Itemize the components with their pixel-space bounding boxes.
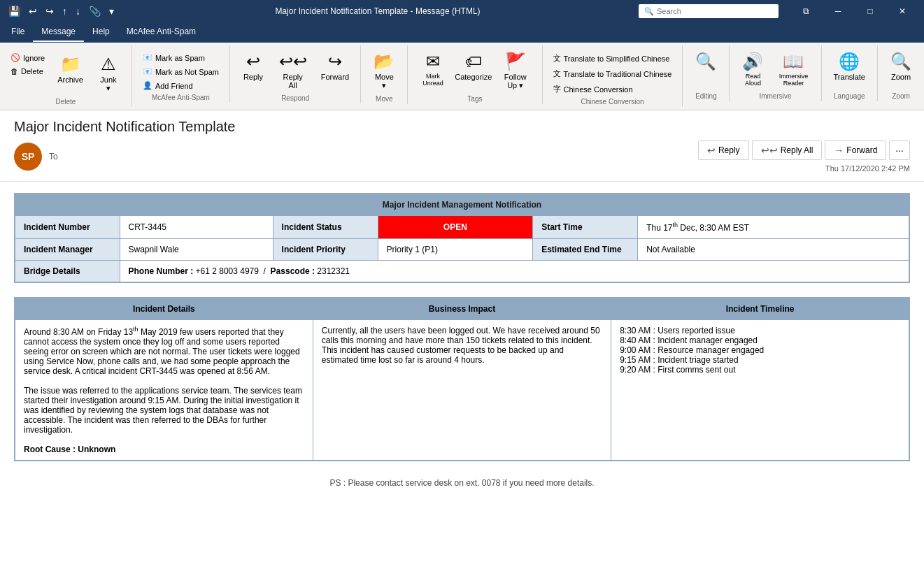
spam-icon: 📧 bbox=[143, 53, 152, 62]
mark-unread-button[interactable]: ✉ Mark Unread bbox=[413, 48, 452, 90]
incident-manager-label: Incident Manager bbox=[15, 239, 120, 261]
ribbon-group-editing-label: Editing bbox=[688, 91, 723, 101]
email-timestamp: Thu 17/12/2020 2:42 PM bbox=[825, 164, 910, 173]
menu-file[interactable]: File bbox=[3, 22, 33, 42]
reply-bar: ↩ Reply ↩↩ Reply All → Forward ··· bbox=[698, 140, 910, 160]
expand-icon[interactable]: ▾ bbox=[106, 4, 117, 18]
bridge-phone-label: Phone Number : bbox=[129, 266, 194, 276]
delete-col3: ⚠ Junk ▾ bbox=[91, 48, 126, 96]
ribbon-reply-all-button[interactable]: ↩↩ Reply All bbox=[272, 48, 313, 93]
table-row-incident-number: Incident Number CRT-3445 Incident Status… bbox=[15, 216, 909, 239]
bridge-passcode-label: Passcode : bbox=[271, 266, 315, 276]
more-options-button[interactable]: ··· bbox=[889, 140, 910, 160]
zoom-icon: 🔍 bbox=[890, 52, 911, 71]
chinese-conversion-button[interactable]: 字 Chinese Conversion bbox=[548, 82, 677, 96]
ribbon-respond-content: ↩ Reply ↩↩ Reply All ↪ Forward bbox=[236, 45, 355, 93]
avatar: SP bbox=[14, 143, 42, 171]
simplified-icon: 文 bbox=[553, 53, 561, 64]
ribbon-group-delete: 🚫 Ignore 🗑 Delete 📁 Archive ⚠ Junk ▾ bbox=[0, 45, 132, 107]
menu-help[interactable]: Help bbox=[84, 22, 118, 42]
categorize-button[interactable]: 🏷 Categorize bbox=[454, 48, 493, 85]
delete-col2: 📁 Archive bbox=[51, 48, 90, 87]
read-aloud-button[interactable]: 🔊 Read Aloud bbox=[735, 48, 770, 90]
timeline-item-1: 8:40 AM : Incident manager engaged bbox=[620, 335, 900, 345]
up-icon[interactable]: ↑ bbox=[59, 4, 70, 18]
search-input[interactable] bbox=[657, 7, 769, 15]
move-icon: 📂 bbox=[374, 52, 395, 71]
sender-details: To bbox=[49, 152, 58, 161]
window-minimize-btn[interactable]: ─ bbox=[822, 0, 854, 22]
ribbon-group-move-label: Move bbox=[367, 94, 401, 104]
ribbon-group-tags: ✉ Mark Unread 🏷 Categorize 🚩 Follow Up ▾… bbox=[408, 45, 542, 104]
ribbon-group-move: 📂 Move ▾ Move bbox=[361, 45, 408, 104]
sender-info: SP To bbox=[14, 143, 58, 171]
translate-simplified-button[interactable]: 文 Translate to Simplified Chinese bbox=[548, 51, 677, 66]
timeline-item-0: 8:30 AM : Users reported issue bbox=[620, 326, 900, 335]
ribbon-language-content: 🌐 Translate bbox=[827, 45, 872, 91]
incident-status-value: OPEN bbox=[378, 216, 533, 239]
reply-all-button[interactable]: ↩↩ Reply All bbox=[752, 140, 823, 160]
search-box[interactable]: 🔍 bbox=[639, 4, 779, 18]
reply-all-icon-btn: ↩↩ bbox=[761, 145, 778, 156]
ribbon-group-mcafee-label: McAfee Anti-Spam bbox=[138, 92, 224, 103]
follow-up-button[interactable]: 🚩 Follow Up ▾ bbox=[495, 48, 536, 94]
delete-button[interactable]: 🗑 Delete bbox=[6, 65, 50, 78]
redo-icon[interactable]: ↪ bbox=[43, 4, 57, 18]
ignore-button[interactable]: 🚫 Ignore bbox=[6, 51, 50, 64]
incident-details-p3: Root Cause : Unknown bbox=[24, 445, 304, 454]
ribbon-group-respond-label: Respond bbox=[236, 93, 355, 103]
mcafee-col: 📧 Mark as Spam 📧 Mark as Not Spam 👤 Add … bbox=[138, 48, 224, 92]
editing-icon: 🔍 bbox=[695, 52, 716, 71]
ribbon-group-zoom: 🔍 Zoom Zoom bbox=[878, 45, 924, 101]
immersive-reader-button[interactable]: 📖 Immersive Reader bbox=[772, 48, 815, 90]
translate-traditional-button[interactable]: 文 Translate to Traditional Chinese bbox=[548, 66, 677, 81]
ribbon-forward-button[interactable]: ↪ Forward bbox=[315, 48, 355, 85]
ribbon-reply-button[interactable]: ↩ Reply bbox=[236, 48, 271, 85]
email-area: Major Incident Notification Template SP … bbox=[0, 110, 924, 578]
translate-icon: 🌐 bbox=[839, 52, 860, 71]
incident-number-value: CRT-3445 bbox=[120, 216, 273, 239]
incident-priority-value: Priority 1 (P1) bbox=[378, 239, 533, 261]
translate-button[interactable]: 🌐 Translate bbox=[827, 48, 872, 85]
mark-not-spam-button[interactable]: 📧 Mark as Not Spam bbox=[138, 65, 224, 78]
menu-mcafee[interactable]: McAfee Anti-Spam bbox=[118, 22, 204, 42]
window-restore-btn[interactable]: ⧉ bbox=[790, 0, 822, 22]
title-bar: 💾 ↩ ↪ ↑ ↓ 📎 ▾ Major Incident Notificatio… bbox=[0, 0, 924, 22]
save-icon[interactable]: 💾 bbox=[6, 4, 23, 18]
mark-spam-button[interactable]: 📧 Mark as Spam bbox=[138, 51, 224, 64]
window-close-btn[interactable]: ✕ bbox=[886, 0, 918, 22]
add-friend-button[interactable]: 👤 Add Friend bbox=[138, 79, 224, 92]
forward-button[interactable]: → Forward bbox=[825, 140, 886, 160]
clip-icon[interactable]: 📎 bbox=[86, 4, 104, 18]
business-impact-header: Business Impact bbox=[313, 298, 611, 320]
ribbon-group-immersive: 🔊 Read Aloud 📖 Immersive Reader Immersiv… bbox=[730, 45, 821, 101]
table-row-incident-manager: Incident Manager Swapnil Wale Incident P… bbox=[15, 239, 909, 261]
ribbon-move-content: 📂 Move ▾ bbox=[367, 45, 401, 94]
editing-button[interactable]: 🔍 bbox=[688, 48, 723, 75]
ribbon-group-tags-label: Tags bbox=[413, 94, 536, 104]
move-button[interactable]: 📂 Move ▾ bbox=[367, 48, 401, 94]
ribbon-group-language-label: Language bbox=[827, 91, 872, 101]
incident-number-label: Incident Number bbox=[15, 216, 120, 239]
bridge-details-label: Bridge Details bbox=[15, 261, 120, 283]
table-row-bridge: Bridge Details Phone Number : +61 2 8003… bbox=[15, 261, 909, 283]
ribbon-editing-content: 🔍 bbox=[688, 45, 723, 91]
ribbon-tags-content: ✉ Mark Unread 🏷 Categorize 🚩 Follow Up ▾ bbox=[413, 45, 536, 94]
est-end-time-label: Estimated End Time bbox=[533, 239, 638, 261]
archive-button[interactable]: 📁 Archive bbox=[51, 51, 90, 87]
down-icon[interactable]: ↓ bbox=[73, 4, 83, 18]
incident-details-header: Incident Details bbox=[15, 298, 313, 320]
conversion-icon: 字 bbox=[553, 84, 561, 94]
notification-table: Major Incident Management Notification I… bbox=[14, 193, 910, 283]
ribbon-group-language: 🌐 Translate Language bbox=[822, 45, 878, 101]
email-body: Major Incident Management Notification I… bbox=[0, 182, 924, 505]
friend-icon: 👤 bbox=[143, 81, 152, 90]
to-label: To bbox=[49, 152, 58, 161]
window-maximize-btn[interactable]: □ bbox=[854, 0, 886, 22]
reply-button[interactable]: ↩ Reply bbox=[698, 140, 749, 160]
zoom-button[interactable]: 🔍 Zoom bbox=[883, 48, 918, 85]
timeline-item-4: 9:20 AM : First comms sent out bbox=[620, 365, 900, 375]
menu-message[interactable]: Message bbox=[33, 22, 84, 42]
junk-button[interactable]: ⚠ Junk ▾ bbox=[91, 51, 126, 96]
undo-icon[interactable]: ↩ bbox=[26, 4, 40, 18]
